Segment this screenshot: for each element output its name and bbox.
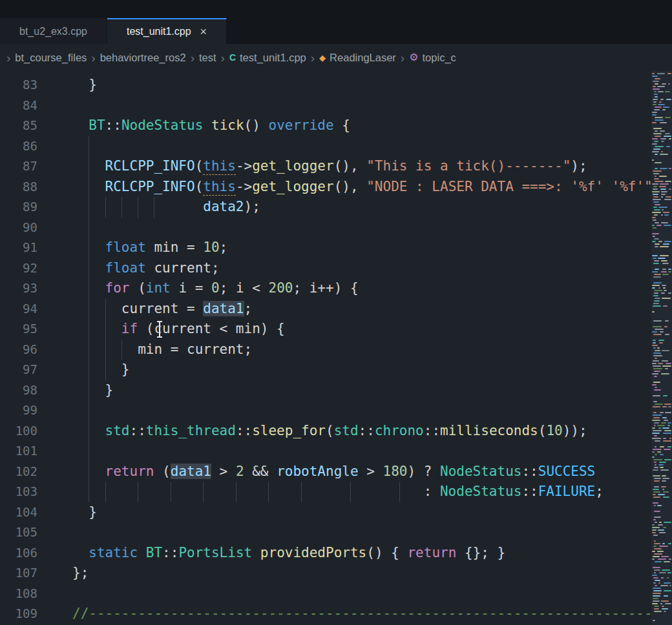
line-number[interactable]: 102: [0, 462, 37, 482]
minimap-mark: [659, 101, 662, 103]
code-line[interactable]: 90: [0, 218, 651, 238]
code-text: float min = 10;: [37, 238, 651, 258]
line-number[interactable]: 83: [0, 75, 37, 96]
code-line[interactable]: 98 }: [0, 380, 651, 401]
line-number[interactable]: 90: [0, 218, 37, 238]
line-number[interactable]: 87: [0, 156, 37, 177]
code-line[interactable]: 100 std::this_thread::sleep_for(std::chr…: [0, 421, 651, 442]
code-line[interactable]: 94 current = data1;: [0, 299, 651, 320]
code-line[interactable]: 87 RCLCPP_INFO(this->get_logger(), "This…: [0, 156, 651, 177]
breadcrumb-label: topic_c: [423, 52, 456, 64]
breadcrumb-item-test[interactable]: test: [199, 52, 216, 64]
minimap-mark: [652, 558, 655, 560]
code-area[interactable]: 83 }8485 BT::NodeStatus tick() override …: [0, 71, 651, 625]
code-line[interactable]: 99: [0, 400, 651, 421]
line-number[interactable]: 88: [0, 177, 37, 198]
code-line[interactable]: 92 float current;: [0, 258, 651, 279]
tab-bt_u2_ex3.cpp[interactable]: bt_u2_ex3.cpp: [0, 18, 107, 44]
minimap-mark: [662, 569, 670, 571]
code-line[interactable]: 93 for (int i = 0; i < 200; i++) {: [0, 278, 651, 299]
line-number[interactable]: 103: [0, 482, 37, 502]
code-token: 200: [268, 280, 293, 296]
minimap-mark: [660, 454, 664, 455]
line-number[interactable]: 107: [0, 563, 37, 584]
code-line[interactable]: 96 min = current;: [0, 340, 651, 360]
line-number[interactable]: 104: [0, 502, 37, 523]
code-line[interactable]: 106 static BT::PortsList providedPorts()…: [0, 543, 651, 564]
close-icon[interactable]: ×: [200, 26, 207, 37]
minimap-mark: [655, 585, 657, 586]
minimap-mark: [655, 298, 660, 299]
line-number[interactable]: 86: [0, 136, 37, 157]
line-number[interactable]: 106: [0, 543, 37, 564]
breadcrumb: ›bt_course_files›behaviortree_ros2›test›…: [0, 44, 672, 71]
line-number[interactable]: 84: [0, 96, 37, 116]
line-number[interactable]: 101: [0, 441, 37, 462]
breadcrumb-item-ReadingLaser[interactable]: ◆ReadingLaser: [319, 52, 396, 64]
code-line[interactable]: 104 }: [0, 502, 651, 523]
code-text: for (int i = 0; i < 200; i++) {: [37, 278, 651, 299]
minimap-mark: [664, 241, 671, 242]
minimap-mark: [655, 358, 657, 359]
code-line[interactable]: 88 RCLCPP_INFO(this->get_logger(), "NODE…: [0, 177, 651, 198]
breadcrumb-item-bt_course_files[interactable]: bt_course_files: [15, 52, 87, 64]
code-token: providedPorts: [260, 545, 366, 560]
breadcrumb-item-topic_c[interactable]: ⚙topic_c: [409, 52, 456, 64]
code-line[interactable]: 84: [0, 96, 651, 116]
code-line[interactable]: 85 BT::NodeStatus tick() override {: [0, 116, 651, 136]
code-token: chrono: [375, 423, 424, 438]
line-number[interactable]: 98: [0, 380, 37, 401]
minimap-mark: [653, 263, 659, 264]
minimap-mark: [655, 561, 662, 562]
breadcrumb-item-behaviortree_ros2[interactable]: behaviortree_ros2: [100, 52, 186, 64]
breadcrumb-chevron-icon: ›: [6, 52, 10, 64]
code-line[interactable]: 102 return (data1 > 2 && robotAngle > 18…: [0, 462, 651, 482]
minimap[interactable]: [651, 71, 672, 625]
code-token: i =: [171, 280, 211, 296]
line-number[interactable]: 109: [0, 604, 37, 624]
minimap-mark: [660, 446, 664, 447]
code-line[interactable]: 89 data2);: [0, 197, 651, 218]
code-line[interactable]: 83 }: [0, 75, 651, 96]
line-number[interactable]: 99: [0, 400, 37, 421]
tab-test_unit1.cpp[interactable]: test_unit1.cpp×: [107, 18, 227, 44]
minimap-mark: [652, 138, 658, 139]
line-number[interactable]: 94: [0, 299, 37, 320]
line-number[interactable]: 93: [0, 278, 37, 299]
code-line[interactable]: 103 : NodeStatus::FAILURE;: [0, 482, 651, 502]
minimap-mark: [660, 467, 664, 468]
minimap-mark: [664, 326, 667, 327]
code-line[interactable]: 97 }: [0, 360, 651, 380]
minimap-mark: [658, 464, 664, 466]
line-number[interactable]: 91: [0, 238, 37, 258]
code-line[interactable]: 107};: [0, 563, 651, 584]
code-line[interactable]: 108: [0, 584, 651, 604]
line-number[interactable]: 97: [0, 360, 37, 380]
line-number[interactable]: 108: [0, 584, 37, 604]
line-number[interactable]: 85: [0, 116, 37, 136]
code-text: }: [37, 502, 651, 523]
line-number[interactable]: 100: [0, 421, 37, 442]
code-line[interactable]: 86: [0, 136, 651, 157]
code-token: tick: [211, 118, 244, 133]
code-line[interactable]: 101: [0, 441, 651, 462]
line-number[interactable]: 105: [0, 522, 37, 543]
minimap-mark: [661, 577, 664, 579]
minimap-mark: [663, 433, 671, 434]
line-number[interactable]: 96: [0, 340, 37, 360]
minimap-mark: [655, 387, 657, 388]
indent-guide: [121, 340, 122, 360]
minimap-mark: [661, 191, 667, 192]
breadcrumb-item-test_unit1.cpp[interactable]: Ctest_unit1.cpp: [229, 52, 306, 64]
code-line[interactable]: 91 float min = 10;: [0, 238, 651, 258]
minimap-mark: [652, 285, 660, 286]
line-number[interactable]: 95: [0, 319, 37, 340]
line-number[interactable]: 89: [0, 197, 37, 218]
minimap-mark: [652, 373, 658, 374]
code-line[interactable]: 95 if (current < min) {: [0, 319, 651, 340]
code-line[interactable]: 109//-----------------------------------…: [0, 604, 651, 624]
minimap-mark: [665, 320, 669, 322]
code-token: (: [130, 280, 146, 296]
line-number[interactable]: 92: [0, 258, 37, 279]
code-line[interactable]: 105: [0, 522, 651, 543]
